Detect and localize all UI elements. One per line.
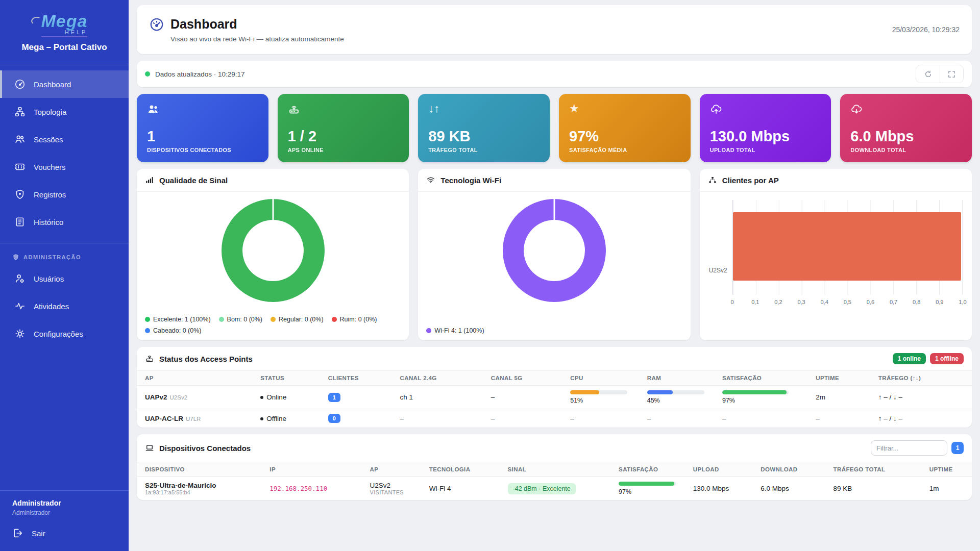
chart-legend: Wi-Fi 4: 1 (100%) xyxy=(418,324,690,340)
sidebar-item-label: Histórico xyxy=(34,218,63,227)
ap-status: Online xyxy=(266,393,286,401)
online-count-badge: 1 online xyxy=(893,353,926,364)
gear-icon xyxy=(14,328,26,339)
device-ap: U2Sv2 xyxy=(370,482,419,489)
cpu-bar xyxy=(570,390,627,394)
x-tick: 0,7 xyxy=(890,299,897,305)
cloud-download-icon xyxy=(850,103,863,115)
x-tick: 1,0 xyxy=(959,299,966,305)
status-dot xyxy=(260,396,263,399)
stat-label: DOWNLOAD TOTAL xyxy=(850,147,962,153)
col-header: SATISFAÇÃO xyxy=(717,371,811,386)
x-tick: 0,8 xyxy=(913,299,920,305)
col-header: TRÁFEGO TOTAL xyxy=(828,462,924,477)
sidebar-item-configuracoes[interactable]: Configurações xyxy=(0,320,129,347)
clients-badge: 1 xyxy=(328,393,340,402)
sidebar-nav: Dashboard Topologia Sessões Vouchers Reg… xyxy=(0,70,129,347)
device-row: S25-Ultra-de-Mauricio 1a:93:17:a5:55:b4 … xyxy=(137,477,972,500)
stat-card-aps: 1 / 2 APS ONLINE xyxy=(278,94,409,162)
device-ap-ssid: VISITANTES xyxy=(370,489,419,495)
sidebar-item-dashboard[interactable]: Dashboard xyxy=(0,70,129,98)
ram-value: 45% xyxy=(647,397,660,404)
document-icon xyxy=(14,216,26,228)
section-title: Status dos Access Points xyxy=(159,355,253,363)
router-icon xyxy=(288,103,300,115)
sidebar-item-registros[interactable]: Registros xyxy=(0,181,129,208)
sidebar-item-label: Vouchers xyxy=(34,163,66,171)
satisfaction-value: – xyxy=(717,409,811,428)
legend-dot xyxy=(426,328,431,333)
user-role: Administrador xyxy=(12,509,116,516)
topology-icon xyxy=(14,106,26,117)
col-header: SATISFAÇÃO xyxy=(614,462,688,477)
donut-chart-tecnologia xyxy=(503,199,606,302)
ap-channel-24: ch 1 xyxy=(395,386,486,409)
ap-channel-5: – xyxy=(486,386,565,409)
col-header: UPLOAD xyxy=(688,462,756,477)
sidebar-item-label: Atividades xyxy=(34,302,69,311)
page-subtitle: Visão ao vivo da rede Wi-Fi — atualiza a… xyxy=(170,35,344,43)
sidebar-item-atividades[interactable]: Atividades xyxy=(0,292,129,320)
device-name: S25-Ultra-de-Mauricio xyxy=(145,482,259,489)
ram-bar xyxy=(647,390,704,394)
refresh-button[interactable] xyxy=(916,65,940,83)
app-title: Mega – Portal Cativo xyxy=(8,37,120,62)
legend-dot xyxy=(145,328,150,333)
stat-label: SATISFAÇÃO MÉDIA xyxy=(569,147,680,153)
brand-logo: Mega HELP Mega – Portal Cativo xyxy=(0,0,129,65)
users-icon xyxy=(147,103,159,115)
stat-card-download: 6.0 Mbps DOWNLOAD TOTAL xyxy=(840,94,972,162)
fullscreen-button[interactable] xyxy=(940,65,963,83)
hbar-bar-u2sv2 xyxy=(733,212,962,281)
stat-value: 1 / 2 xyxy=(288,129,399,144)
donut-chart-qualidade xyxy=(222,199,325,302)
user-name: Administrador xyxy=(12,499,116,507)
stat-label: TRÁFEGO TOTAL xyxy=(428,147,540,153)
hbar-category-label: U2Sv2 xyxy=(704,200,732,340)
chart-tecnologia-wifi: Tecnologia Wi-Fi Wi-Fi 4: 1 (100%) xyxy=(418,169,690,340)
ap-model: U7LR xyxy=(186,416,201,422)
device-traffic: 89 KB xyxy=(828,477,924,500)
sidebar-item-usuarios[interactable]: Usuários xyxy=(0,265,129,292)
sidebar-divider xyxy=(0,65,129,65)
hbar-x-axis: 0 0,1 0,2 0,3 0,4 0,5 0,6 0,7 0,8 0,9 1,… xyxy=(732,299,963,312)
ap-table-header-row: AP STATUS CLIENTES CANAL 2.4G CANAL 5G C… xyxy=(137,371,972,386)
col-header: CLIENTES xyxy=(323,371,395,386)
col-header: IP xyxy=(264,462,364,477)
col-header: AP xyxy=(365,462,424,477)
sidebar-item-historico[interactable]: Histórico xyxy=(0,208,129,236)
ap-status: Offline xyxy=(266,415,286,422)
col-header: CANAL 2.4G xyxy=(395,371,486,386)
sidebar-item-label: Sessões xyxy=(34,135,63,144)
sidebar-item-label: Usuários xyxy=(34,274,64,283)
logout-button[interactable]: Sair xyxy=(0,519,129,551)
stat-value: 97% xyxy=(569,129,680,144)
x-tick: 0,3 xyxy=(797,299,805,305)
x-tick: 0,2 xyxy=(774,299,782,305)
sidebar-item-sessoes[interactable]: Sessões xyxy=(0,126,129,153)
chart-title: Qualidade de Sinal xyxy=(159,176,228,185)
legend-label: Wi-Fi 4: 1 (100%) xyxy=(434,327,484,334)
laptop-icon xyxy=(145,443,154,453)
sidebar-item-topologia[interactable]: Topologia xyxy=(0,98,129,126)
chart-clientes-por-ap: Clientes por AP U2Sv2 0 0,1 0,2 0,3 0,4 … xyxy=(700,169,972,340)
stat-card-trafego: ↓↑ 89 KB TRÁFEGO TOTAL xyxy=(418,94,550,162)
legend-dot xyxy=(271,317,276,322)
admin-section-header: ADMINISTRAÇÃO xyxy=(0,243,129,265)
filter-input[interactable] xyxy=(871,440,947,456)
col-header: RAM xyxy=(642,371,717,386)
stat-card-dispositivos: 1 DISPOSITIVOS CONECTADOS xyxy=(137,94,268,162)
satisfaction-value: 97% xyxy=(722,397,735,404)
legend-label: Excelente: 1 (100%) xyxy=(153,316,211,323)
device-ip: 192.168.250.110 xyxy=(270,485,327,492)
ap-name: UAPv2 xyxy=(145,393,167,401)
users-icon xyxy=(14,134,26,145)
dashboard-gauge-icon xyxy=(149,17,164,32)
col-header: STATUS xyxy=(255,371,323,386)
fullscreen-icon xyxy=(947,70,956,79)
devices-table-header-row: DISPOSITIVO IP AP TECNOLOGIA SINAL SATIS… xyxy=(137,462,972,477)
user-block: Administrador Administrador xyxy=(0,491,129,519)
user-gear-icon xyxy=(14,273,26,284)
ticket-icon xyxy=(14,161,26,172)
sidebar-item-vouchers[interactable]: Vouchers xyxy=(0,153,129,181)
